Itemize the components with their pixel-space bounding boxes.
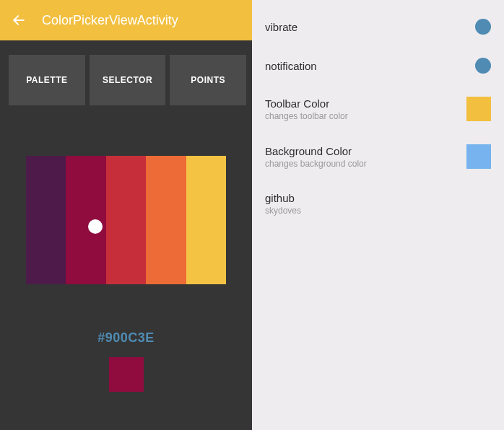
palette-stripe (186, 156, 226, 284)
palette-stripe (146, 156, 186, 284)
result-area: #900C3E (0, 330, 252, 392)
palette-stripe (26, 156, 66, 284)
palette-area (0, 105, 252, 291)
selector-handle-icon[interactable] (88, 219, 103, 234)
setting-toolbar-color[interactable]: Toolbar Color changes toolbar color (261, 89, 495, 134)
setting-title: Background Color (265, 145, 466, 157)
hex-value: #900C3E (97, 330, 155, 346)
toolbar: ColorPickerViewActivity (0, 0, 252, 40)
setting-subtitle: skydoves (265, 206, 491, 216)
setting-subtitle: changes background color (265, 159, 466, 169)
tab-bar: PALETTE SELECTOR POINTS (0, 55, 252, 105)
color-chip[interactable] (466, 97, 491, 121)
palette-stripe (106, 156, 146, 284)
setting-title: github (265, 192, 491, 204)
color-palette[interactable] (26, 156, 226, 284)
setting-title: vibrate (265, 21, 475, 33)
tab-palette[interactable]: PALETTE (9, 55, 85, 105)
back-arrow-icon[interactable] (10, 12, 27, 29)
tab-points[interactable]: POINTS (170, 55, 246, 105)
tab-selector[interactable]: SELECTOR (90, 55, 166, 105)
toggle-icon[interactable] (475, 19, 491, 35)
setting-notification[interactable]: notification (261, 51, 495, 87)
setting-subtitle: changes toolbar color (265, 111, 466, 121)
setting-title: notification (265, 60, 475, 72)
setting-title: Toolbar Color (265, 97, 466, 110)
toolbar-title: ColorPickerViewActivity (42, 13, 178, 28)
setting-vibrate[interactable]: vibrate (261, 12, 495, 48)
palette-stripe (66, 156, 105, 284)
toggle-icon[interactable] (475, 58, 491, 74)
setting-github[interactable]: github skydoves (261, 185, 495, 229)
settings-panel: vibrate notification Toolbar Color chang… (252, 0, 504, 430)
color-chip[interactable] (466, 144, 491, 169)
color-picker-panel: ColorPickerViewActivity PALETTE SELECTOR… (0, 0, 252, 430)
setting-background-color[interactable]: Background Color changes background colo… (261, 137, 495, 182)
selected-swatch (109, 357, 144, 392)
